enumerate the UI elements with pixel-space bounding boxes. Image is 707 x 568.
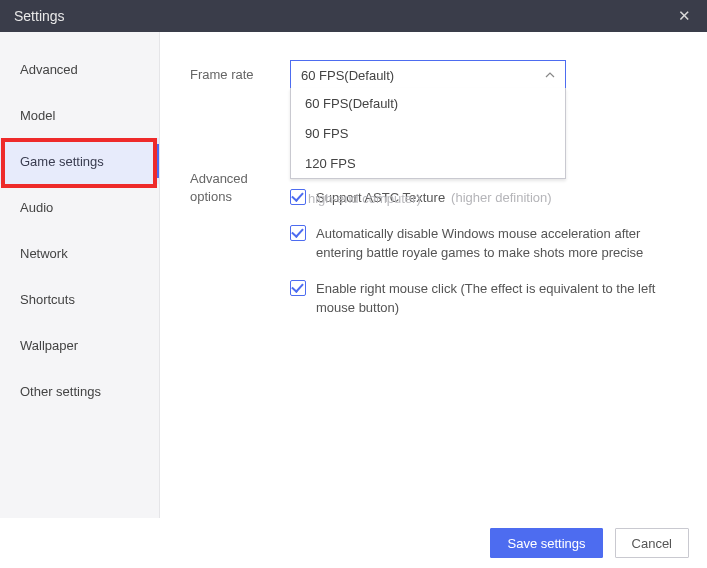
- checkbox-mouse-accel[interactable]: [290, 225, 306, 241]
- dropdown-option-label: 60 FPS(Default): [305, 96, 398, 111]
- sidebar-item-other-settings[interactable]: Other settings: [0, 368, 159, 414]
- window-title: Settings: [14, 8, 65, 24]
- sidebar-item-advanced[interactable]: Advanced: [0, 46, 159, 92]
- checkbox-right-click[interactable]: [290, 280, 306, 296]
- sidebar-item-label: Other settings: [20, 384, 101, 399]
- sidebar-item-label: Game settings: [20, 154, 104, 169]
- sidebar-item-label: Advanced: [20, 62, 78, 77]
- sidebar-item-network[interactable]: Network: [0, 230, 159, 276]
- save-button[interactable]: Save settings: [490, 528, 602, 558]
- sidebar-item-shortcuts[interactable]: Shortcuts: [0, 276, 159, 322]
- dropdown-option[interactable]: 60 FPS(Default): [291, 88, 565, 118]
- advanced-options-row: Advanced options Support ASTC Texture(hi…: [190, 164, 679, 334]
- cancel-button-label: Cancel: [632, 536, 672, 551]
- sidebar-item-label: Wallpaper: [20, 338, 78, 353]
- advanced-options-label: Advanced options: [190, 164, 290, 206]
- body: Advanced Model Game settings Audio Netwo…: [0, 32, 707, 518]
- dropdown-option-label: 120 FPS: [305, 156, 356, 171]
- footer: Save settings Cancel: [0, 518, 707, 568]
- sidebar-item-audio[interactable]: Audio: [0, 184, 159, 230]
- close-icon[interactable]: ✕: [672, 5, 697, 27]
- chevron-up-icon: [545, 72, 555, 78]
- dropdown-option[interactable]: 120 FPS: [291, 148, 565, 178]
- checkbox-astc[interactable]: [290, 189, 306, 205]
- sidebar-item-game-settings[interactable]: Game settings: [0, 138, 159, 184]
- sidebar-item-label: Model: [20, 108, 55, 123]
- sidebar-item-label: Shortcuts: [20, 292, 75, 307]
- obscured-hint-line2: high-end computer): [308, 191, 421, 206]
- checkbox-label: Automatically disable Windows mouse acce…: [316, 224, 679, 263]
- frame-rate-select[interactable]: 60 FPS(Default): [290, 60, 566, 90]
- advanced-options-field: Support ASTC Texture(higher definition) …: [290, 164, 679, 334]
- frame-rate-field: 60 FPS(Default): [290, 60, 679, 90]
- dropdown-option-label: 90 FPS: [305, 126, 348, 141]
- sidebar: Advanced Model Game settings Audio Netwo…: [0, 32, 160, 518]
- sidebar-item-label: Network: [20, 246, 68, 261]
- cancel-button[interactable]: Cancel: [615, 528, 689, 558]
- checkbox-row-right-click: Enable right mouse click (The effect is …: [290, 279, 679, 318]
- sidebar-item-model[interactable]: Model: [0, 92, 159, 138]
- sidebar-item-label: Audio: [20, 200, 53, 215]
- save-button-label: Save settings: [507, 536, 585, 551]
- checkbox-row-mouse-accel: Automatically disable Windows mouse acce…: [290, 224, 679, 263]
- titlebar: Settings ✕: [0, 0, 707, 32]
- frame-rate-row: Frame rate 60 FPS(Default): [190, 60, 679, 90]
- checkbox-label: Enable right mouse click (The effect is …: [316, 279, 679, 318]
- content-panel: Frame rate 60 FPS(Default) g (suitable f…: [160, 32, 707, 518]
- dropdown-option[interactable]: 90 FPS: [291, 118, 565, 148]
- frame-rate-dropdown: 60 FPS(Default) 90 FPS 120 FPS: [290, 88, 566, 179]
- frame-rate-selected-value: 60 FPS(Default): [301, 68, 394, 83]
- sidebar-item-wallpaper[interactable]: Wallpaper: [0, 322, 159, 368]
- frame-rate-label: Frame rate: [190, 60, 290, 84]
